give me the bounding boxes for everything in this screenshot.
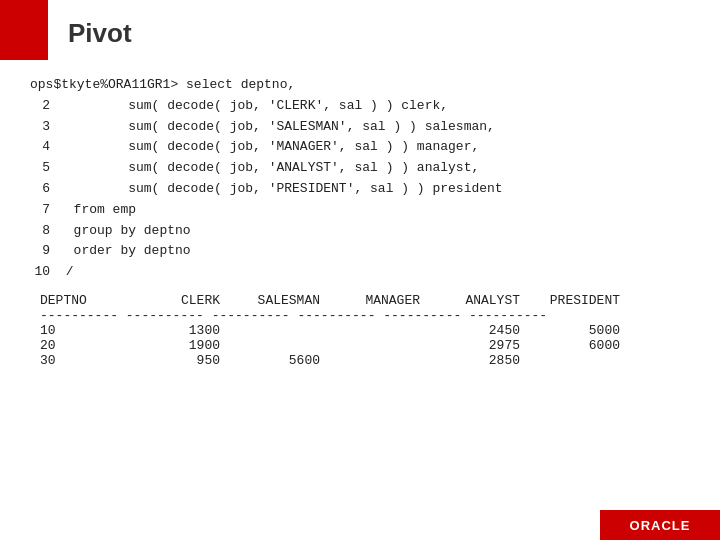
oracle-logo-text: ORACLE bbox=[630, 518, 691, 533]
cell-manager-2 bbox=[330, 338, 430, 353]
code-line-9: 9 order by deptno bbox=[30, 241, 700, 262]
cell-analyst-1: 2450 bbox=[430, 323, 530, 338]
cell-salesman-2 bbox=[230, 338, 330, 353]
red-accent-bar bbox=[0, 0, 48, 60]
line-num-7: 7 bbox=[30, 200, 58, 221]
cell-president-3 bbox=[530, 353, 620, 368]
code-line-2: 2 sum( decode( job, 'CLERK', sal ) ) cle… bbox=[30, 96, 700, 117]
line-num-2: 2 bbox=[30, 96, 58, 117]
cell-clerk-1: 1300 bbox=[130, 323, 230, 338]
code-block: ops$tkyte%ORA11GR1> select deptno, 2 sum… bbox=[30, 75, 700, 283]
code-line-3: 3 sum( decode( job, 'SALESMAN', sal ) ) … bbox=[30, 117, 700, 138]
cell-analyst-2: 2975 bbox=[430, 338, 530, 353]
cell-salesman-3: 5600 bbox=[230, 353, 330, 368]
col-header-deptno: DEPTNO bbox=[40, 293, 130, 308]
line-num-10: 10 bbox=[30, 262, 58, 283]
table-divider: ---------- ---------- ---------- -------… bbox=[30, 308, 700, 323]
col-header-clerk: CLERK bbox=[130, 293, 230, 308]
col-header-manager: MANAGER bbox=[330, 293, 430, 308]
line-num-8: 8 bbox=[30, 221, 58, 242]
code-prompt-line: ops$tkyte%ORA11GR1> select deptno, bbox=[30, 75, 700, 96]
results-table: DEPTNO CLERK SALESMAN MANAGER ANALYST PR… bbox=[30, 293, 700, 368]
line-num-4: 4 bbox=[30, 137, 58, 158]
line-num-5: 5 bbox=[30, 158, 58, 179]
line-content-8: group by deptno bbox=[58, 221, 191, 242]
col-header-salesman: SALESMAN bbox=[230, 293, 330, 308]
code-line-4: 4 sum( decode( job, 'MANAGER', sal ) ) m… bbox=[30, 137, 700, 158]
line-num-6: 6 bbox=[30, 179, 58, 200]
code-line-8: 8 group by deptno bbox=[30, 221, 700, 242]
line-content-5: sum( decode( job, 'ANALYST', sal ) ) ana… bbox=[58, 158, 479, 179]
page-title: Pivot bbox=[68, 18, 132, 49]
cell-deptno-3: 30 bbox=[40, 353, 130, 368]
table-row: 20 1900 2975 6000 bbox=[30, 338, 700, 353]
line-content-3: sum( decode( job, 'SALESMAN', sal ) ) sa… bbox=[58, 117, 495, 138]
line-content-10: / bbox=[58, 262, 74, 283]
table-header-row: DEPTNO CLERK SALESMAN MANAGER ANALYST PR… bbox=[30, 293, 700, 308]
line-content-2: sum( decode( job, 'CLERK', sal ) ) clerk… bbox=[58, 96, 448, 117]
col-header-president: PRESIDENT bbox=[530, 293, 620, 308]
line-content-7: from emp bbox=[58, 200, 136, 221]
main-content: ops$tkyte%ORA11GR1> select deptno, 2 sum… bbox=[30, 75, 700, 500]
code-prompt: ops$tkyte%ORA11GR1> select deptno, bbox=[30, 75, 295, 96]
code-line-10: 10 / bbox=[30, 262, 700, 283]
col-header-analyst: ANALYST bbox=[430, 293, 530, 308]
cell-salesman-1 bbox=[230, 323, 330, 338]
cell-president-2: 6000 bbox=[530, 338, 620, 353]
code-line-5: 5 sum( decode( job, 'ANALYST', sal ) ) a… bbox=[30, 158, 700, 179]
line-content-4: sum( decode( job, 'MANAGER', sal ) ) man… bbox=[58, 137, 479, 158]
line-content-6: sum( decode( job, 'PRESIDENT', sal ) ) p… bbox=[58, 179, 503, 200]
code-line-6: 6 sum( decode( job, 'PRESIDENT', sal ) )… bbox=[30, 179, 700, 200]
table-row: 30 950 5600 2850 bbox=[30, 353, 700, 368]
cell-president-1: 5000 bbox=[530, 323, 620, 338]
cell-manager-3 bbox=[330, 353, 430, 368]
code-line-7: 7 from emp bbox=[30, 200, 700, 221]
cell-clerk-2: 1900 bbox=[130, 338, 230, 353]
line-content-9: order by deptno bbox=[58, 241, 191, 262]
line-num-3: 3 bbox=[30, 117, 58, 138]
line-num-9: 9 bbox=[30, 241, 58, 262]
cell-deptno-2: 20 bbox=[40, 338, 130, 353]
table-row: 10 1300 2450 5000 bbox=[30, 323, 700, 338]
oracle-logo: ORACLE bbox=[600, 510, 720, 540]
cell-analyst-3: 2850 bbox=[430, 353, 530, 368]
cell-deptno-1: 10 bbox=[40, 323, 130, 338]
cell-manager-1 bbox=[330, 323, 430, 338]
cell-clerk-3: 950 bbox=[130, 353, 230, 368]
divider-line: ---------- ---------- ---------- -------… bbox=[40, 308, 547, 323]
